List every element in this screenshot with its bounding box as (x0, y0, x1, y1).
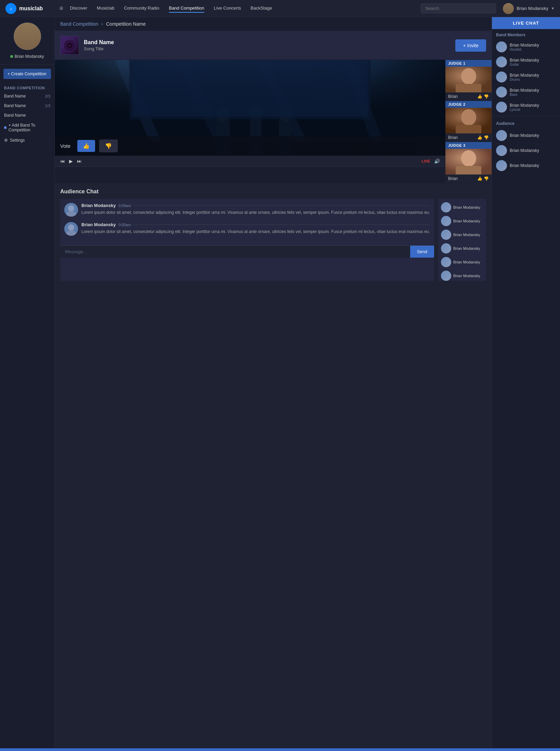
member-role-1: Vocalist (510, 48, 556, 51)
audience-title: Audience (492, 118, 560, 128)
create-competition-button[interactable]: + Create Competition (3, 69, 51, 79)
nav-backstage[interactable]: BackStage (251, 4, 272, 13)
sidebar-item-band-2[interactable]: Band Name 1/3 (0, 101, 54, 111)
player-next-button[interactable]: ⏭ (77, 158, 82, 164)
add-band-to-competition-action[interactable]: + Add Band To Competition (0, 120, 54, 135)
nav-community-radio[interactable]: Community Radio (124, 4, 159, 13)
judge-card-3: JUDGE 3 (445, 142, 492, 183)
settings-action[interactable]: ⚙ Settings (0, 135, 54, 145)
chat-messages-scroll[interactable]: Brian Modansky 0:00am Lorem ipsum dolor … (60, 199, 434, 245)
top-navigation: ♪ musiclab ≡ Discover Musiclab Community… (0, 0, 560, 17)
band-name-1: Band Name (4, 94, 26, 99)
band-name: Band Name (84, 39, 451, 46)
participant-avatar-5 (441, 257, 451, 267)
invite-button[interactable]: + Invite (455, 39, 486, 52)
member-name-3: Brian Modansky (510, 73, 556, 78)
audience-avatar-2 (496, 145, 507, 156)
svg-rect-25 (132, 60, 368, 116)
band-competition-header: BAND COMPETITION (0, 83, 54, 91)
chat-content-2: Brian Modansky 0:00am Lorem ipsum dolor … (81, 222, 430, 236)
member-item-guitar[interactable]: Brian Modansky Guitar (492, 54, 560, 69)
nav-live-concerts[interactable]: Live Concerts (214, 4, 241, 13)
add-band-label: + Add Band To Competition (9, 123, 50, 132)
breadcrumb-parent[interactable]: Band Competition (60, 21, 98, 27)
member-avatar-2 (496, 56, 507, 67)
breadcrumb-separator: » (101, 22, 103, 26)
chat-input-bar: Send (60, 245, 434, 258)
sidebar-item-band-3[interactable]: Band Name (0, 111, 54, 120)
vote-overlay: Vote 👍 👎 (55, 136, 445, 156)
member-role-3: Drums (510, 78, 556, 81)
participant-2: Brian Modansky (441, 215, 483, 227)
chat-divider-2 (134, 224, 430, 225)
settings-label: Settings (10, 138, 25, 143)
judge-2-vote-down[interactable]: 👎 (484, 135, 489, 140)
participant-name-3: Brian Modansky (453, 233, 480, 237)
judge-1-vote-down[interactable]: 👎 (484, 94, 489, 99)
chat-time-1: 0:00am (118, 204, 131, 208)
bottom-bar (0, 748, 560, 751)
volume-icon[interactable]: 🔊 (434, 158, 440, 164)
nav-band-competition[interactable]: Band Competition (169, 4, 204, 13)
audience-item-2[interactable]: Brian Modansky (492, 143, 560, 158)
left-sidebar: Brian Modansky + Create Competition BAND… (0, 17, 55, 748)
svg-point-40 (461, 150, 476, 167)
album-art (60, 36, 79, 55)
chat-user-image-1 (64, 203, 78, 217)
band-info: Band Name Song Title (84, 39, 451, 51)
participant-name-1: Brian Modansky (453, 205, 480, 209)
svg-point-34 (461, 68, 476, 85)
sidebar-item-band-1[interactable]: Band Name 2/3 (0, 91, 54, 101)
breadcrumb: Band Competition » Competition Name (55, 17, 492, 31)
judge-1-label: JUDGE 1 (445, 60, 492, 67)
chat-message-1: Brian Modansky 0:00am Lorem ipsum dolor … (64, 203, 430, 217)
vote-thumbs-up-button[interactable]: 👍 (77, 140, 95, 152)
member-item-lyricist[interactable]: Brian Modansky Lyricist (492, 100, 560, 115)
player-prev-button[interactable]: ⏮ (60, 158, 65, 164)
band-header: Band Name Song Title + Invite (55, 31, 492, 60)
vote-thumbs-down-button[interactable]: 👎 (99, 140, 118, 152)
nav-musiclab[interactable]: Musiclab (97, 4, 114, 13)
member-item-drums[interactable]: Brian Modansky Drums (492, 69, 560, 85)
search-input[interactable] (421, 3, 496, 13)
chat-message-input[interactable] (60, 246, 410, 258)
member-info-5: Brian Modansky Lyricist (510, 103, 556, 112)
nav-discover[interactable]: Discover (70, 4, 88, 13)
album-art-icon (63, 39, 77, 52)
member-role-2: Guitar (510, 63, 556, 66)
sidebar-user-area: Brian Modansky (0, 23, 54, 65)
audience-item-1[interactable]: Brian Modansky (492, 128, 560, 143)
chat-body-2: Lorem ipsum dolor sit amet, consectetur … (81, 229, 430, 235)
judge-3-label: JUDGE 3 (445, 142, 492, 149)
send-message-button[interactable]: Send (410, 246, 434, 258)
participant-avatar-4 (441, 243, 451, 254)
chevron-down-icon[interactable]: ▼ (551, 7, 555, 10)
player-controls: ⏮ ▶ ⏭ LIVE 🔊 (55, 156, 445, 167)
judge-1-vote-up[interactable]: 👍 (477, 94, 482, 99)
judge-2-vote-up[interactable]: 👍 (477, 135, 482, 140)
judges-panel: JUDGE 1 (445, 60, 492, 183)
chat-divider-1 (134, 205, 430, 206)
judge-3-vote-up[interactable]: 👍 (477, 176, 482, 181)
hamburger-icon[interactable]: ≡ (60, 5, 63, 12)
judge-3-photo (445, 149, 492, 174)
judge-3-vote-down[interactable]: 👎 (484, 176, 489, 181)
member-item-vocalist[interactable]: Brian Modansky Vocalist (492, 39, 560, 54)
member-item-bass[interactable]: Brian Modansky Bass (492, 85, 560, 100)
chat-messages-panel: Brian Modansky 0:00am Lorem ipsum dolor … (60, 199, 434, 281)
create-competition-label: + Create Competition (8, 72, 47, 76)
band-name-2: Band Name (4, 103, 26, 108)
album-art-image (61, 36, 79, 54)
audience-item-3[interactable]: Brian Modansky (492, 158, 560, 173)
player-play-button[interactable]: ▶ (69, 158, 73, 164)
member-avatar-1 (496, 41, 507, 52)
participant-avatar-2 (441, 216, 451, 226)
member-name-1: Brian Modansky (510, 43, 556, 48)
judge-2-photo (445, 108, 492, 133)
participant-1: Brian Modansky (441, 202, 483, 213)
chat-avatar-1 (64, 203, 78, 217)
audience-avatar-1 (496, 130, 507, 141)
participant-4: Brian Modansky (441, 243, 483, 254)
participant-avatar-3 (441, 230, 451, 240)
audience-avatar-3 (496, 160, 507, 171)
